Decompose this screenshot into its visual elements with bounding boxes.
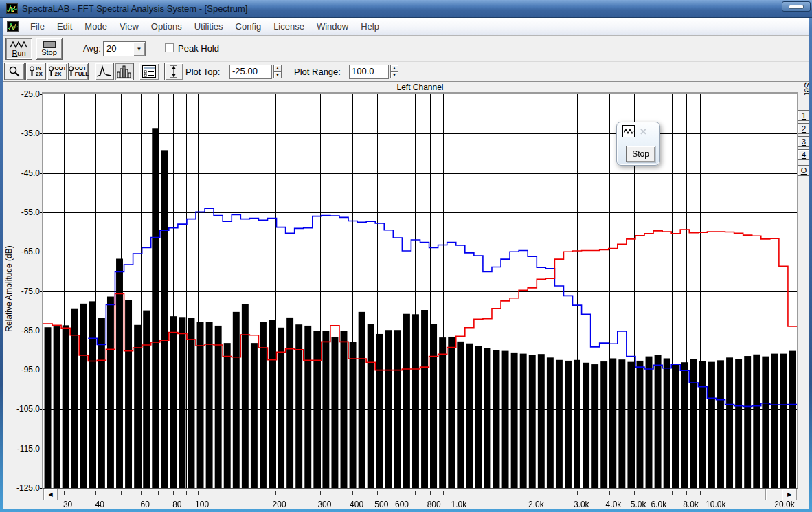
app-icon-small[interactable]	[7, 21, 19, 32]
y-tick-label: -65.0	[10, 247, 40, 256]
title-bar[interactable]: SpectraLAB - FFT Spectral Analysis Syste…	[0, 0, 812, 18]
y-tick-label: -85.0	[10, 326, 40, 335]
run-button-label: Run	[12, 49, 25, 57]
zoom-out-2x-icon: OUT2X	[48, 66, 67, 77]
zoom-out-full-button[interactable]: OUTFULL	[68, 63, 89, 80]
waveform-icon	[622, 125, 635, 137]
y-tick-label: -75.0	[10, 287, 40, 296]
y-tick-label: -55.0	[10, 208, 40, 217]
menu-item-view[interactable]: View	[113, 19, 145, 34]
spin-up-icon[interactable]: ▲	[273, 65, 282, 71]
app-window: SpectraLAB - FFT Spectral Analysis Syste…	[0, 0, 812, 512]
app-icon[interactable]	[6, 3, 18, 14]
bar-display-icon	[117, 65, 131, 78]
stop-button[interactable]: Stop	[36, 38, 63, 60]
menu-item-file[interactable]: File	[24, 19, 51, 34]
spin-down-icon[interactable]: ▼	[390, 71, 398, 78]
plot-range-label: Plot Range:	[294, 67, 341, 77]
transport-toolbar: Run Stop Avg: 20 ▼ Peak Hold	[3, 36, 809, 62]
plot-top-input[interactable]: -25.00	[229, 65, 272, 79]
plot-top-label: Plot Top:	[185, 67, 220, 77]
display-options-button[interactable]	[139, 63, 159, 80]
zoom-out-2x-caption: OUT2X	[55, 66, 67, 77]
plot-range-input[interactable]: 100.0	[349, 65, 389, 79]
minimize-button[interactable]	[782, 1, 811, 12]
run-button[interactable]: Run	[5, 38, 32, 60]
avg-label: Avg:	[83, 43, 101, 54]
zoom-select-icon	[8, 65, 21, 78]
set-button-o[interactable]: O	[798, 165, 809, 176]
peak-hold-checkbox[interactable]	[165, 43, 174, 52]
menu-bar: FileEditModeViewOptionsUtilitiesConfigLi…	[3, 18, 809, 36]
amplitude-scale-icon	[169, 65, 179, 78]
y-tick-label: -125.0	[10, 483, 40, 493]
run-wave-icon	[10, 41, 28, 49]
menu-item-mode[interactable]: Mode	[78, 19, 113, 34]
arrow-right-icon: ▶	[787, 491, 791, 498]
y-tick-label: -25.0	[10, 89, 40, 99]
y-tick-label: -45.0	[10, 168, 40, 178]
set-button-3[interactable]: 3	[798, 136, 809, 147]
floating-control-window[interactable]: ✕ Stop	[616, 122, 660, 166]
close-icon[interactable]: ✕	[640, 127, 647, 136]
zoom-in-2x-icon: IN2X	[29, 66, 43, 77]
floating-window-titlebar[interactable]: ✕	[617, 122, 659, 140]
plot-top-spinner: ▲ ▼	[273, 65, 282, 78]
y-tick-label: -105.0	[10, 404, 40, 414]
menu-item-license[interactable]: License	[267, 19, 311, 34]
menu-item-utilities[interactable]: Utilities	[188, 19, 229, 34]
zoom-in-2x-button[interactable]: IN2X	[25, 63, 46, 80]
zoom-select-button[interactable]	[4, 63, 25, 80]
set-button-2[interactable]: 2	[798, 123, 809, 134]
y-tick-label: -35.0	[10, 129, 40, 138]
bar-display-button[interactable]	[115, 63, 134, 80]
scroll-right-button[interactable]: ▶	[782, 489, 797, 500]
zoom-out-full-icon: OUTFULL	[68, 66, 89, 77]
spin-down-icon[interactable]: ▼	[273, 71, 282, 78]
plot-range-spinner: ▲ ▼	[390, 65, 398, 78]
set-panel-label: Set	[802, 82, 809, 103]
plot-toolbar: IN2X OUT2X OUTFULL	[3, 62, 809, 82]
avg-value: 20	[104, 42, 133, 56]
spectrum-plot-canvas[interactable]	[43, 94, 797, 488]
line-display-icon	[97, 65, 112, 78]
amplitude-scale-button[interactable]	[164, 63, 183, 80]
minimize-icon	[789, 5, 804, 9]
dropdown-arrow-icon[interactable]: ▼	[133, 42, 145, 56]
y-tick-label: -95.0	[10, 365, 40, 375]
zoom-out-2x-button[interactable]: OUT2X	[47, 63, 67, 80]
floating-stop-label: Stop	[632, 149, 649, 159]
stop-button-label: Stop	[41, 49, 57, 56]
menu-item-config[interactable]: Config	[229, 19, 268, 34]
zoom-out-full-caption: OUTFULL	[75, 66, 89, 77]
plot-title: Left Channel	[43, 82, 797, 92]
zoom-in-2x-caption: IN2X	[36, 66, 43, 77]
y-tick-label: -115.0	[10, 444, 40, 454]
menu-item-help[interactable]: Help	[354, 19, 385, 34]
avg-combobox[interactable]: 20 ▼	[103, 41, 146, 56]
arrow-left-icon: ◀	[48, 491, 52, 498]
spin-up-icon[interactable]: ▲	[390, 65, 398, 71]
scroll-left-button[interactable]: ◀	[43, 489, 58, 500]
set-button-4[interactable]: 4	[798, 149, 809, 160]
menu-item-window[interactable]: Window	[311, 19, 354, 34]
peak-hold-label: Peak Hold	[178, 43, 219, 54]
plot-frame	[42, 92, 798, 489]
client-area: FileEditModeViewOptionsUtilitiesConfigLi…	[3, 18, 809, 509]
menu-item-edit[interactable]: Edit	[51, 19, 78, 34]
stop-rect-icon	[43, 41, 56, 48]
window-title: SpectraLAB - FFT Spectral Analysis Syste…	[22, 3, 247, 14]
line-display-button[interactable]	[95, 63, 114, 80]
floating-stop-button[interactable]: Stop	[626, 146, 655, 162]
set-button-1[interactable]: 1	[798, 110, 809, 121]
menu-item-options[interactable]: Options	[145, 19, 188, 34]
scroll-thumb[interactable]	[765, 489, 780, 500]
x-axis-canvas	[43, 489, 797, 509]
display-options-icon	[142, 65, 156, 78]
